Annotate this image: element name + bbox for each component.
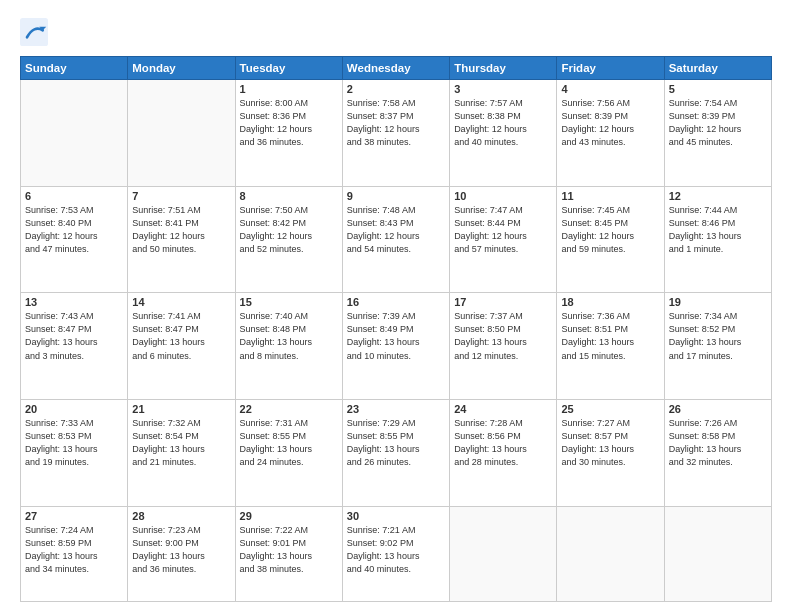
logo-icon bbox=[20, 18, 48, 46]
page: SundayMondayTuesdayWednesdayThursdayFrid… bbox=[0, 0, 792, 612]
day-number: 24 bbox=[454, 403, 552, 415]
day-info: Sunrise: 7:34 AM Sunset: 8:52 PM Dayligh… bbox=[669, 310, 767, 362]
weekday-header-sunday: Sunday bbox=[21, 57, 128, 80]
day-info: Sunrise: 7:48 AM Sunset: 8:43 PM Dayligh… bbox=[347, 204, 445, 256]
calendar-cell: 3Sunrise: 7:57 AM Sunset: 8:38 PM Daylig… bbox=[450, 80, 557, 187]
calendar-cell: 4Sunrise: 7:56 AM Sunset: 8:39 PM Daylig… bbox=[557, 80, 664, 187]
calendar-cell: 19Sunrise: 7:34 AM Sunset: 8:52 PM Dayli… bbox=[664, 293, 771, 400]
day-number: 29 bbox=[240, 510, 338, 522]
calendar-cell: 27Sunrise: 7:24 AM Sunset: 8:59 PM Dayli… bbox=[21, 506, 128, 601]
calendar-cell: 18Sunrise: 7:36 AM Sunset: 8:51 PM Dayli… bbox=[557, 293, 664, 400]
day-info: Sunrise: 7:53 AM Sunset: 8:40 PM Dayligh… bbox=[25, 204, 123, 256]
day-number: 9 bbox=[347, 190, 445, 202]
day-number: 13 bbox=[25, 296, 123, 308]
day-number: 27 bbox=[25, 510, 123, 522]
day-info: Sunrise: 7:44 AM Sunset: 8:46 PM Dayligh… bbox=[669, 204, 767, 256]
day-info: Sunrise: 7:27 AM Sunset: 8:57 PM Dayligh… bbox=[561, 417, 659, 469]
day-number: 28 bbox=[132, 510, 230, 522]
calendar-cell: 9Sunrise: 7:48 AM Sunset: 8:43 PM Daylig… bbox=[342, 186, 449, 293]
calendar-cell: 20Sunrise: 7:33 AM Sunset: 8:53 PM Dayli… bbox=[21, 400, 128, 507]
day-info: Sunrise: 7:24 AM Sunset: 8:59 PM Dayligh… bbox=[25, 524, 123, 576]
calendar-cell: 1Sunrise: 8:00 AM Sunset: 8:36 PM Daylig… bbox=[235, 80, 342, 187]
day-info: Sunrise: 7:41 AM Sunset: 8:47 PM Dayligh… bbox=[132, 310, 230, 362]
calendar-cell: 17Sunrise: 7:37 AM Sunset: 8:50 PM Dayli… bbox=[450, 293, 557, 400]
calendar-cell bbox=[557, 506, 664, 601]
calendar-cell bbox=[450, 506, 557, 601]
calendar-cell bbox=[664, 506, 771, 601]
day-number: 16 bbox=[347, 296, 445, 308]
calendar-cell bbox=[128, 80, 235, 187]
day-number: 3 bbox=[454, 83, 552, 95]
day-number: 22 bbox=[240, 403, 338, 415]
day-info: Sunrise: 7:21 AM Sunset: 9:02 PM Dayligh… bbox=[347, 524, 445, 576]
day-info: Sunrise: 7:26 AM Sunset: 8:58 PM Dayligh… bbox=[669, 417, 767, 469]
calendar-cell: 14Sunrise: 7:41 AM Sunset: 8:47 PM Dayli… bbox=[128, 293, 235, 400]
day-info: Sunrise: 8:00 AM Sunset: 8:36 PM Dayligh… bbox=[240, 97, 338, 149]
logo bbox=[20, 18, 52, 46]
calendar-table: SundayMondayTuesdayWednesdayThursdayFrid… bbox=[20, 56, 772, 602]
day-number: 14 bbox=[132, 296, 230, 308]
calendar-cell: 15Sunrise: 7:40 AM Sunset: 8:48 PM Dayli… bbox=[235, 293, 342, 400]
weekday-header-saturday: Saturday bbox=[664, 57, 771, 80]
calendar-cell: 7Sunrise: 7:51 AM Sunset: 8:41 PM Daylig… bbox=[128, 186, 235, 293]
day-info: Sunrise: 7:22 AM Sunset: 9:01 PM Dayligh… bbox=[240, 524, 338, 576]
calendar-cell: 24Sunrise: 7:28 AM Sunset: 8:56 PM Dayli… bbox=[450, 400, 557, 507]
day-info: Sunrise: 7:43 AM Sunset: 8:47 PM Dayligh… bbox=[25, 310, 123, 362]
day-number: 2 bbox=[347, 83, 445, 95]
day-info: Sunrise: 7:45 AM Sunset: 8:45 PM Dayligh… bbox=[561, 204, 659, 256]
weekday-header-tuesday: Tuesday bbox=[235, 57, 342, 80]
calendar-cell: 22Sunrise: 7:31 AM Sunset: 8:55 PM Dayli… bbox=[235, 400, 342, 507]
day-info: Sunrise: 7:40 AM Sunset: 8:48 PM Dayligh… bbox=[240, 310, 338, 362]
day-number: 19 bbox=[669, 296, 767, 308]
day-info: Sunrise: 7:29 AM Sunset: 8:55 PM Dayligh… bbox=[347, 417, 445, 469]
weekday-header-row: SundayMondayTuesdayWednesdayThursdayFrid… bbox=[21, 57, 772, 80]
day-info: Sunrise: 7:37 AM Sunset: 8:50 PM Dayligh… bbox=[454, 310, 552, 362]
week-row-3: 13Sunrise: 7:43 AM Sunset: 8:47 PM Dayli… bbox=[21, 293, 772, 400]
day-number: 1 bbox=[240, 83, 338, 95]
calendar-cell: 12Sunrise: 7:44 AM Sunset: 8:46 PM Dayli… bbox=[664, 186, 771, 293]
week-row-2: 6Sunrise: 7:53 AM Sunset: 8:40 PM Daylig… bbox=[21, 186, 772, 293]
day-number: 4 bbox=[561, 83, 659, 95]
calendar-cell: 6Sunrise: 7:53 AM Sunset: 8:40 PM Daylig… bbox=[21, 186, 128, 293]
svg-rect-0 bbox=[20, 18, 48, 46]
week-row-1: 1Sunrise: 8:00 AM Sunset: 8:36 PM Daylig… bbox=[21, 80, 772, 187]
day-number: 7 bbox=[132, 190, 230, 202]
day-number: 12 bbox=[669, 190, 767, 202]
calendar-cell: 30Sunrise: 7:21 AM Sunset: 9:02 PM Dayli… bbox=[342, 506, 449, 601]
day-number: 18 bbox=[561, 296, 659, 308]
weekday-header-thursday: Thursday bbox=[450, 57, 557, 80]
calendar-cell: 10Sunrise: 7:47 AM Sunset: 8:44 PM Dayli… bbox=[450, 186, 557, 293]
week-row-4: 20Sunrise: 7:33 AM Sunset: 8:53 PM Dayli… bbox=[21, 400, 772, 507]
calendar-cell: 8Sunrise: 7:50 AM Sunset: 8:42 PM Daylig… bbox=[235, 186, 342, 293]
weekday-header-monday: Monday bbox=[128, 57, 235, 80]
day-number: 17 bbox=[454, 296, 552, 308]
day-info: Sunrise: 7:58 AM Sunset: 8:37 PM Dayligh… bbox=[347, 97, 445, 149]
day-info: Sunrise: 7:50 AM Sunset: 8:42 PM Dayligh… bbox=[240, 204, 338, 256]
day-info: Sunrise: 7:28 AM Sunset: 8:56 PM Dayligh… bbox=[454, 417, 552, 469]
calendar-cell: 21Sunrise: 7:32 AM Sunset: 8:54 PM Dayli… bbox=[128, 400, 235, 507]
calendar-cell: 11Sunrise: 7:45 AM Sunset: 8:45 PM Dayli… bbox=[557, 186, 664, 293]
day-number: 21 bbox=[132, 403, 230, 415]
day-number: 30 bbox=[347, 510, 445, 522]
day-info: Sunrise: 7:23 AM Sunset: 9:00 PM Dayligh… bbox=[132, 524, 230, 576]
day-number: 8 bbox=[240, 190, 338, 202]
day-number: 23 bbox=[347, 403, 445, 415]
week-row-5: 27Sunrise: 7:24 AM Sunset: 8:59 PM Dayli… bbox=[21, 506, 772, 601]
calendar-cell bbox=[21, 80, 128, 187]
calendar-cell: 25Sunrise: 7:27 AM Sunset: 8:57 PM Dayli… bbox=[557, 400, 664, 507]
day-info: Sunrise: 7:51 AM Sunset: 8:41 PM Dayligh… bbox=[132, 204, 230, 256]
calendar-cell: 5Sunrise: 7:54 AM Sunset: 8:39 PM Daylig… bbox=[664, 80, 771, 187]
calendar-cell: 13Sunrise: 7:43 AM Sunset: 8:47 PM Dayli… bbox=[21, 293, 128, 400]
day-info: Sunrise: 7:47 AM Sunset: 8:44 PM Dayligh… bbox=[454, 204, 552, 256]
day-info: Sunrise: 7:31 AM Sunset: 8:55 PM Dayligh… bbox=[240, 417, 338, 469]
day-number: 5 bbox=[669, 83, 767, 95]
day-info: Sunrise: 7:54 AM Sunset: 8:39 PM Dayligh… bbox=[669, 97, 767, 149]
calendar-cell: 29Sunrise: 7:22 AM Sunset: 9:01 PM Dayli… bbox=[235, 506, 342, 601]
day-number: 26 bbox=[669, 403, 767, 415]
day-info: Sunrise: 7:57 AM Sunset: 8:38 PM Dayligh… bbox=[454, 97, 552, 149]
day-info: Sunrise: 7:33 AM Sunset: 8:53 PM Dayligh… bbox=[25, 417, 123, 469]
weekday-header-friday: Friday bbox=[557, 57, 664, 80]
day-number: 10 bbox=[454, 190, 552, 202]
calendar-cell: 26Sunrise: 7:26 AM Sunset: 8:58 PM Dayli… bbox=[664, 400, 771, 507]
day-info: Sunrise: 7:56 AM Sunset: 8:39 PM Dayligh… bbox=[561, 97, 659, 149]
